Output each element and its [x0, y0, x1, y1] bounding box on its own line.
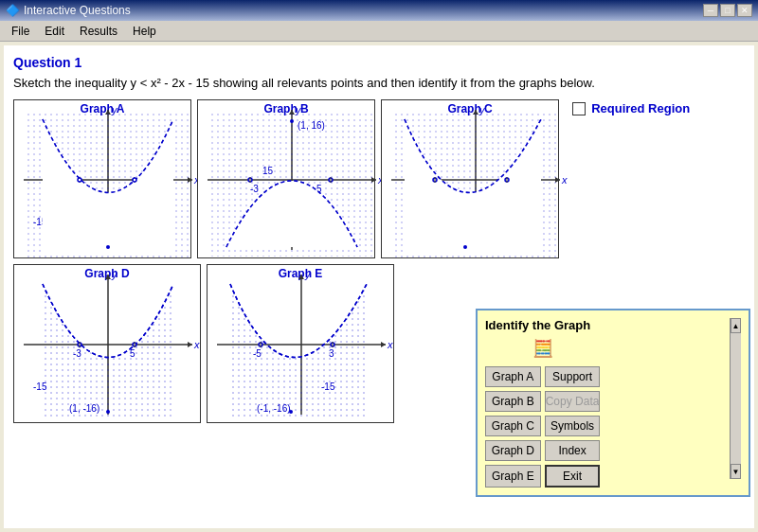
- graph-c-btn[interactable]: Graph C: [485, 416, 541, 436]
- app-icon: 🔷: [6, 4, 20, 17]
- identify-dialog-title: Identify the Graph: [485, 318, 600, 332]
- graph-a-svg: x y -3 5 -15 (1, -16): [14, 100, 202, 259]
- graph-e-svg: x y -5 3 -15 (-1, -16): [208, 265, 395, 424]
- svg-marker-70: [298, 275, 304, 279]
- svg-point-16: [133, 178, 136, 182]
- title-bar-controls: ─ □ ✕: [703, 4, 752, 17]
- identify-buttons-grid: Graph A Support Graph B Copy Data Graph …: [485, 366, 600, 488]
- identify-dialog: Identify the Graph 🧮 Graph A Support Gra…: [476, 309, 750, 497]
- graph-d-btn[interactable]: Graph D: [485, 440, 541, 461]
- required-region: Required Region: [572, 101, 690, 115]
- main-content: Question 1 Sketch the inequality y < x² …: [4, 45, 754, 528]
- required-region-label: Required Region: [591, 101, 690, 115]
- menu-bar: File Edit Results Help: [0, 21, 758, 42]
- svg-point-46: [463, 245, 467, 249]
- menu-results[interactable]: Results: [72, 23, 125, 40]
- graph-b-btn[interactable]: Graph B: [485, 391, 541, 412]
- top-right-area: Required Region: [565, 99, 745, 258]
- svg-text:x: x: [561, 174, 568, 186]
- index-btn[interactable]: Index: [545, 440, 601, 461]
- support-btn[interactable]: Support: [545, 366, 601, 387]
- graph-e-box: Graph E x y -5 3 -15 (-1, -16): [207, 264, 394, 423]
- menu-help[interactable]: Help: [125, 23, 164, 40]
- svg-point-15: [78, 178, 81, 182]
- symbols-btn[interactable]: Symbols: [545, 416, 601, 436]
- svg-marker-53: [188, 342, 192, 347]
- svg-point-14: [106, 245, 110, 249]
- menu-file[interactable]: File: [4, 23, 37, 40]
- svg-text:y: y: [304, 269, 312, 280]
- graph-e-btn[interactable]: Graph E: [485, 465, 541, 488]
- question-text: Sketch the inequality y < x² - 2x - 15 s…: [13, 76, 745, 90]
- svg-marker-54: [105, 275, 111, 279]
- svg-text:x: x: [387, 339, 393, 350]
- svg-point-62: [106, 410, 110, 414]
- svg-point-78: [289, 410, 293, 414]
- menu-edit[interactable]: Edit: [37, 23, 72, 40]
- graph-a-btn[interactable]: Graph A: [485, 366, 541, 387]
- calculator-icon: 🧮: [485, 338, 600, 359]
- svg-text:y: y: [111, 269, 118, 280]
- title-bar-title: 🔷 Interactive Questions: [6, 4, 131, 17]
- title-bar: 🔷 Interactive Questions ─ □ ✕: [0, 0, 758, 21]
- copy-data-btn: Copy Data: [545, 391, 601, 412]
- svg-text:x: x: [193, 339, 200, 350]
- close-button[interactable]: ✕: [737, 4, 752, 17]
- maximize-button[interactable]: □: [720, 4, 735, 17]
- question-number: Question 1: [13, 55, 745, 70]
- minimize-button[interactable]: ─: [703, 4, 718, 17]
- graph-c-svg: x y -5 3 -15 (-1, -16): [382, 100, 569, 259]
- graph-d-box: Graph D x y -3 5 -15 (1, -16): [13, 264, 201, 423]
- graph-d-svg: x y -3 5 -15 (1, -16): [14, 265, 202, 424]
- graph-b-svg: x y (1, 16) -3 5 15: [198, 100, 386, 259]
- graph-b-box: Graph B x y (1, 16) -3 5 15: [197, 99, 375, 258]
- svg-marker-69: [381, 342, 386, 347]
- graph-a-box: Graph A x y -3 5 -15 (1, -16): [13, 99, 191, 258]
- svg-point-29: [290, 119, 294, 123]
- required-region-box: [572, 102, 586, 115]
- graph-c-box: Graph C x y -5 3 -15 (-1, -16): [381, 99, 559, 258]
- exit-btn[interactable]: Exit: [545, 465, 601, 488]
- top-graphs-row: Graph A x y -3 5 -15 (1, -16): [13, 99, 745, 258]
